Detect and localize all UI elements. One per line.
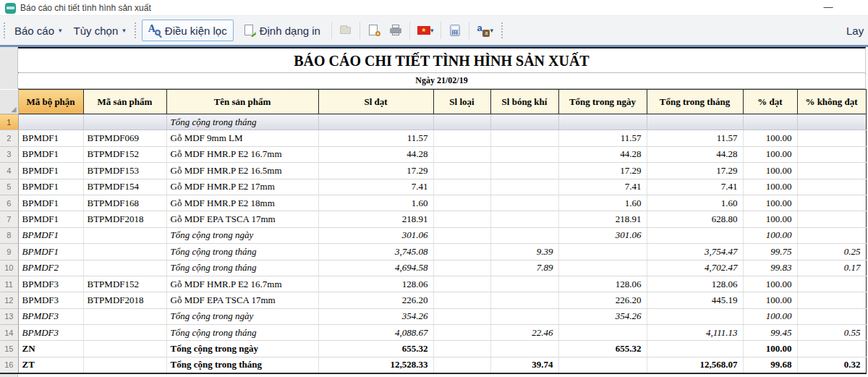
- cell[interactable]: 100.00: [743, 179, 797, 195]
- cell[interactable]: 3,754.47: [647, 244, 743, 260]
- row-number[interactable]: 13: [0, 308, 18, 324]
- cell[interactable]: [797, 341, 866, 357]
- cell[interactable]: BPMDF3: [18, 292, 83, 308]
- row-number[interactable]: 6: [0, 195, 18, 211]
- cell[interactable]: [433, 211, 490, 227]
- cell[interactable]: 7.41: [647, 179, 743, 195]
- cell[interactable]: 4,702.47: [647, 260, 743, 276]
- cell[interactable]: BTPMDF2018: [83, 292, 166, 308]
- cell[interactable]: BTPMDF2018: [83, 211, 166, 227]
- row-number[interactable]: 16: [0, 357, 18, 373]
- cell[interactable]: [433, 146, 490, 162]
- cell[interactable]: 1.60: [647, 195, 743, 211]
- column-header-3[interactable]: Tên sản phẩm: [166, 90, 318, 114]
- cell[interactable]: 100.00: [743, 341, 797, 357]
- row-number[interactable]: 7: [0, 211, 18, 227]
- column-header-9[interactable]: % đạt: [743, 90, 797, 114]
- cell[interactable]: BTPMDF152: [83, 146, 166, 162]
- cell[interactable]: 44.28: [647, 146, 743, 162]
- cell[interactable]: [797, 227, 866, 243]
- row-number[interactable]: 3: [0, 146, 18, 162]
- cell[interactable]: BTPMDF168: [83, 195, 166, 211]
- cell[interactable]: [647, 341, 743, 357]
- cell[interactable]: [558, 325, 647, 341]
- cell[interactable]: BPMDF1: [18, 163, 83, 179]
- cell[interactable]: 100.00: [743, 146, 797, 162]
- cell[interactable]: 39.74: [490, 357, 558, 373]
- cell[interactable]: 655.32: [318, 341, 433, 357]
- cell[interactable]: BPMDF1: [18, 227, 83, 243]
- cell[interactable]: 17.29: [647, 163, 743, 179]
- cell[interactable]: [647, 227, 743, 243]
- cell[interactable]: [433, 179, 490, 195]
- cell[interactable]: BPMDF1: [18, 130, 83, 146]
- cell[interactable]: 100.00: [743, 195, 797, 211]
- cell[interactable]: [83, 325, 166, 341]
- cell[interactable]: [558, 244, 647, 260]
- cell[interactable]: 7.41: [318, 179, 433, 195]
- cell[interactable]: ZT: [18, 357, 83, 373]
- row-number[interactable]: 10: [0, 260, 18, 276]
- minimize-button[interactable]: —: [812, 0, 845, 16]
- cell[interactable]: [797, 163, 866, 179]
- row-number[interactable]: 15: [0, 341, 18, 357]
- cell[interactable]: [558, 260, 647, 276]
- menu-tuy-chon[interactable]: Tùy chọn ▾: [68, 20, 132, 41]
- cell[interactable]: Tổng cộng trong tháng: [166, 244, 318, 260]
- cell[interactable]: Gỗ MDF HMR.P E2 16.7mm: [166, 146, 318, 162]
- cell[interactable]: [433, 244, 490, 260]
- cell[interactable]: [797, 179, 866, 195]
- cell[interactable]: 0.17: [797, 260, 866, 276]
- cell[interactable]: 22.46: [490, 325, 558, 341]
- print-format-button[interactable]: Định dạng in: [237, 20, 327, 41]
- cell[interactable]: 0.25: [797, 244, 866, 260]
- cell[interactable]: [83, 114, 166, 130]
- cell[interactable]: [490, 195, 558, 211]
- row-number[interactable]: 2: [0, 130, 18, 146]
- select-all-corner[interactable]: ◢: [0, 90, 18, 114]
- cell[interactable]: [83, 308, 166, 324]
- cell[interactable]: 99.75: [743, 244, 797, 260]
- cell[interactable]: Gỗ MDF HMR.P E2 17mm: [166, 179, 318, 195]
- cell[interactable]: 301.06: [318, 227, 433, 243]
- cell[interactable]: 4,088.67: [318, 325, 433, 341]
- cell[interactable]: 218.91: [558, 211, 647, 227]
- cell[interactable]: 1.60: [558, 195, 647, 211]
- cell[interactable]: 99.45: [743, 325, 797, 341]
- filter-condition-button[interactable]: A Điều kiện lọc: [142, 20, 234, 41]
- cell[interactable]: 0.32: [797, 357, 866, 373]
- cell[interactable]: [83, 227, 166, 243]
- cell[interactable]: Gỗ MDF EPA TSCA 17mm: [166, 211, 318, 227]
- cell[interactable]: 100.00: [743, 163, 797, 179]
- cell[interactable]: BPMDF1: [18, 211, 83, 227]
- cell[interactable]: [433, 341, 490, 357]
- cell[interactable]: 100.00: [743, 227, 797, 243]
- cell[interactable]: [490, 114, 558, 130]
- language-flag-button[interactable]: ★ ▾: [414, 22, 437, 39]
- cell[interactable]: BTPMDF152: [83, 276, 166, 292]
- cell[interactable]: [490, 179, 558, 195]
- cell[interactable]: BTPMDF153: [83, 163, 166, 179]
- row-number[interactable]: 14: [0, 325, 18, 341]
- cell[interactable]: 0.55: [797, 325, 866, 341]
- cell[interactable]: 226.20: [558, 292, 647, 308]
- cell[interactable]: [433, 163, 490, 179]
- cell[interactable]: [558, 357, 647, 373]
- cell[interactable]: [797, 195, 866, 211]
- cell[interactable]: 4,111.13: [647, 325, 743, 341]
- cell[interactable]: [797, 130, 866, 146]
- cell[interactable]: Tổng cộng trong tháng: [166, 357, 318, 373]
- column-header-7[interactable]: Tổng trong ngày: [558, 90, 647, 114]
- cell[interactable]: 354.26: [318, 308, 433, 324]
- cell[interactable]: [797, 292, 866, 308]
- cell[interactable]: Tổng cộng trong tháng: [166, 114, 318, 130]
- cell[interactable]: 100.00: [743, 211, 797, 227]
- row-number[interactable]: 11: [0, 276, 18, 292]
- cell[interactable]: 4,694.58: [318, 260, 433, 276]
- cell[interactable]: 9.39: [490, 244, 558, 260]
- cell[interactable]: [558, 114, 647, 130]
- cell[interactable]: BPMDF3: [18, 325, 83, 341]
- cell[interactable]: 11.57: [558, 130, 647, 146]
- cell[interactable]: BPMDF1: [18, 146, 83, 162]
- cell[interactable]: [647, 114, 743, 130]
